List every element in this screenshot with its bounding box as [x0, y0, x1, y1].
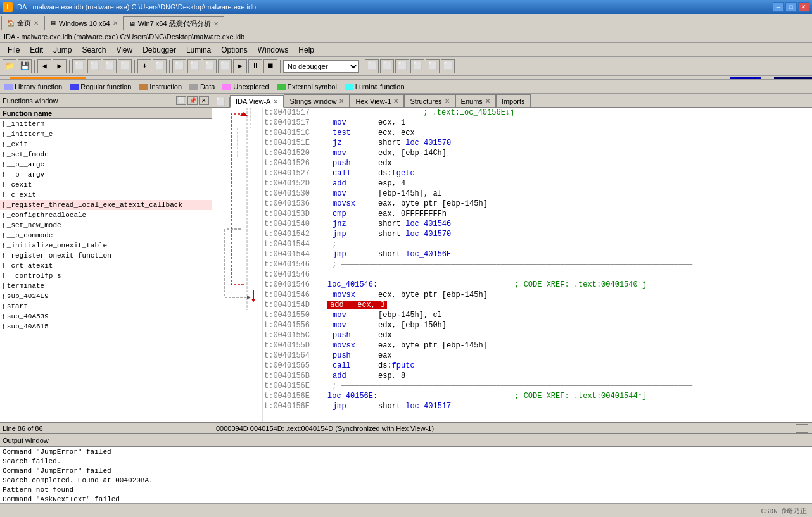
code-line-4[interactable]: t:0040151E jz short loc_401570	[263, 138, 812, 148]
toolbar-btn-10[interactable]: ⬜	[187, 59, 201, 73]
fn-item-controlfp[interactable]: f __controlfp_s	[0, 271, 212, 281]
tab-win7-close[interactable]: ✕	[213, 20, 219, 27]
code-line-19[interactable]: t:0040155C push edx	[263, 330, 812, 340]
rtab-hex-close[interactable]: ✕	[393, 97, 398, 104]
ida-code[interactable]: t:00401517 ; .text:loc_40156E↓j t:004015…	[263, 108, 812, 422]
tab-win7[interactable]: 🖥 Win7 x64 恶意代码分析 ✕	[124, 16, 224, 30]
menu-view[interactable]: View	[111, 44, 137, 56]
toolbar-open[interactable]: 📁	[3, 59, 16, 73]
code-line-14[interactable]: t:00401544 jmp short loc_40156E	[263, 249, 812, 259]
toolbar-btn-19[interactable]: ⬜	[410, 59, 424, 73]
fn-item-initterm_e[interactable]: f _initterm_e	[0, 129, 212, 139]
code-line-21[interactable]: t:00401564 push eax	[263, 351, 812, 361]
code-line-label1[interactable]: t:00401546 loc_401546: ; CODE XREF: .tex…	[263, 280, 812, 290]
ida-content[interactable]: t:00401517 ; .text:loc_40156E↓j t:004015…	[212, 108, 812, 422]
fn-item-reg-onexit[interactable]: f _register_onexit_function	[0, 251, 212, 261]
menu-help[interactable]: Help	[293, 44, 319, 56]
code-line-label2[interactable]: t:0040156E loc_40156E: ; CODE XREF: .tex…	[263, 391, 812, 401]
fn-item-exit[interactable]: f _exit	[0, 139, 212, 149]
code-line-16-hl[interactable]: t:0040154D add ecx, 3	[263, 300, 812, 310]
fn-item-sub4024e9[interactable]: f sub_4024E9	[0, 291, 212, 301]
rtab-enums-close[interactable]: ✕	[485, 97, 490, 104]
toolbar-btn-16[interactable]: ⬜	[365, 59, 379, 73]
rtab-structures-close[interactable]: ✕	[445, 97, 450, 104]
nav-overview[interactable]	[0, 76, 812, 80]
fn-item-sub40a539[interactable]: f sub_40A539	[0, 311, 212, 321]
code-line-11[interactable]: t:0040153D cmp eax, 0FFFFFFFFh	[263, 209, 812, 219]
fn-item-terminate[interactable]: f terminate	[0, 281, 212, 291]
toolbar-btn-18[interactable]: ⬜	[395, 59, 409, 73]
code-line-9[interactable]: t:00401530 mov [ebp-145h], al	[263, 189, 812, 199]
toolbar-btn-21[interactable]: ⬜	[441, 59, 455, 73]
code-line-22[interactable]: t:00401565 call ds:fputc	[263, 361, 812, 371]
fn-item-set_new_mode[interactable]: f _set_new_mode	[0, 220, 212, 230]
fn-item-p_argc[interactable]: f __p__argc	[0, 159, 212, 170]
code-line-2[interactable]: t:00401517 mov ecx, 1	[263, 118, 812, 128]
code-line-18[interactable]: t:00401556 mov edx, [ebp-150h]	[263, 320, 812, 330]
code-line-5[interactable]: t:00401520 mov edx, [ebp-14Ch]	[263, 148, 812, 158]
toolbar-btn-13[interactable]: ▶	[233, 59, 247, 73]
fn-item-set_fmode[interactable]: f _set_fmode	[0, 149, 212, 159]
tab-home[interactable]: 🏠 全页 ✕	[1, 16, 44, 30]
highlighted-instruction[interactable]: add ecx, 3	[327, 301, 387, 309]
code-line-12[interactable]: t:00401540 jnz short loc_401546	[263, 219, 812, 229]
toolbar-btn-15[interactable]: ⏹	[263, 59, 277, 73]
window-controls[interactable]: ─ □ ✕	[773, 2, 809, 12]
rtab-imports[interactable]: Imports	[496, 94, 531, 107]
menu-file[interactable]: File	[3, 44, 25, 56]
code-line-1[interactable]: t:00401517 ; .text:loc_40156E↓j	[263, 108, 812, 118]
status-scroll-x[interactable]	[796, 424, 808, 433]
rtab-hex[interactable]: Hex View-1 ✕	[350, 94, 404, 107]
tab-win10[interactable]: 🖥 Windows 10 x64 ✕	[44, 16, 124, 30]
fn-item-p_commode[interactable]: f __p_commode	[0, 230, 212, 240]
toolbar-btn-12[interactable]: ⬜	[218, 59, 232, 73]
code-line-7[interactable]: t:00401527 call ds:fgetc	[263, 168, 812, 178]
fn-item-crt-atexit[interactable]: f _crt_atexit	[0, 261, 212, 271]
rtab-ida-view[interactable]: IDA View-A ✕	[230, 95, 284, 108]
code-line-23[interactable]: t:0040156B add esp, 8	[263, 371, 812, 381]
toolbar-btn-8[interactable]: ⬜	[153, 59, 167, 73]
rtab-strings-close[interactable]: ✕	[339, 97, 344, 104]
fn-item-init-onexit[interactable]: f _initialize_onexit_table	[0, 240, 212, 251]
fn-item-configthreadlocale[interactable]: f _configthreadlocale	[0, 210, 212, 220]
code-line-24[interactable]: t:0040156E jmp short loc_401517	[263, 401, 812, 411]
menu-jump[interactable]: Jump	[48, 44, 77, 56]
fn-item-cexit[interactable]: f _cexit	[0, 180, 212, 190]
panel-close-btn[interactable]: ✕	[199, 96, 209, 105]
toolbar-back[interactable]: ◀	[37, 59, 51, 73]
toolbar-btn-3[interactable]: ⬜	[72, 59, 86, 73]
code-line-13[interactable]: t:00401542 jmp short loc_401570	[263, 229, 812, 239]
toolbar-btn-6[interactable]: ⬜	[118, 59, 132, 73]
rtab-enums[interactable]: Enums ✕	[455, 94, 496, 107]
fn-list[interactable]: f _initterm f _initterm_e f _exit f _set…	[0, 119, 212, 422]
rtab-strings[interactable]: Strings window ✕	[284, 94, 350, 107]
menu-lumina[interactable]: Lumina	[181, 44, 216, 56]
debugger-combo[interactable]: No debugger	[283, 60, 359, 73]
toolbar-btn-11[interactable]: ⬜	[203, 59, 217, 73]
toolbar-btn-7[interactable]: ⬇	[137, 59, 151, 73]
tab-win10-close[interactable]: ✕	[113, 20, 118, 27]
toolbar-forward[interactable]: ▶	[53, 59, 67, 73]
fn-item-sub40a615[interactable]: f sub_40A615	[0, 321, 212, 332]
fn-item-p_argv[interactable]: f __p__argv	[0, 170, 212, 180]
rtab-ida-close[interactable]: ✕	[273, 98, 278, 105]
toolbar-btn-9[interactable]: ⬜	[172, 59, 186, 73]
close-button[interactable]: ✕	[798, 2, 809, 12]
panel-restore-btn[interactable]: ⬜	[176, 96, 186, 105]
panel-pin-btn[interactable]: 📌	[187, 96, 198, 105]
toolbar-save[interactable]: 💾	[18, 59, 32, 73]
toolbar-btn-4[interactable]: ⬜	[87, 59, 101, 73]
code-line-6[interactable]: t:00401526 push edx	[263, 158, 812, 168]
rtab-structures[interactable]: Structures ✕	[404, 94, 455, 107]
code-line-3[interactable]: t:0040151C test ecx, ecx	[263, 128, 812, 138]
fn-item-register-thread[interactable]: f _register_thread_local_exe_atexit_call…	[0, 200, 212, 210]
tab-home-close[interactable]: ✕	[34, 20, 39, 27]
fn-item-start[interactable]: f start	[0, 301, 212, 311]
menu-options[interactable]: Options	[216, 44, 252, 56]
toolbar-btn-17[interactable]: ⬜	[380, 59, 394, 73]
code-line-8[interactable]: t:0040152D add esp, 4	[263, 178, 812, 189]
code-line-17[interactable]: t:00401550 mov [ebp-145h], cl	[263, 310, 812, 320]
minimize-button[interactable]: ─	[773, 2, 784, 12]
fn-item-c_exit[interactable]: f _c_exit	[0, 190, 212, 200]
menu-debugger[interactable]: Debugger	[137, 44, 181, 56]
